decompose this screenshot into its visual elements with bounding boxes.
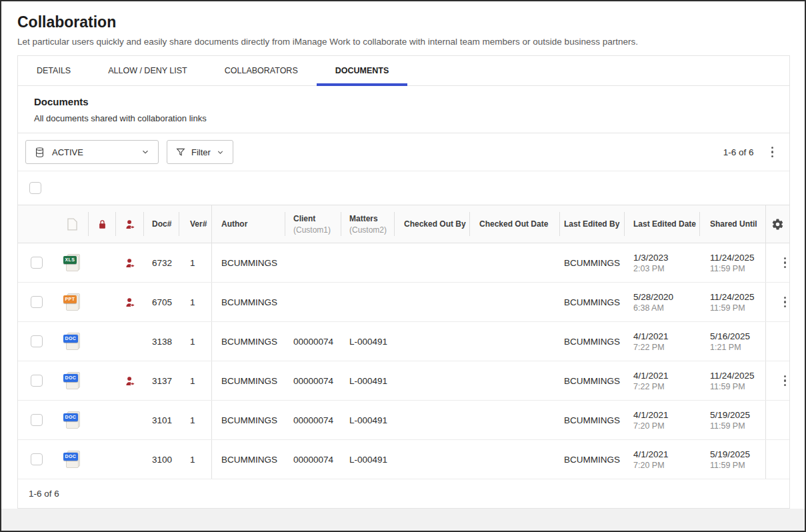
- header-doc-number[interactable]: Doc#: [144, 205, 179, 243]
- table-row[interactable]: DOC 3137 1 BCUMMINGS 00000074 L-000491: [18, 361, 789, 401]
- kebab-menu-icon: [784, 257, 787, 269]
- page-content: Collaboration Let particular users quick…: [1, 1, 805, 509]
- file-type-icon: DOC: [63, 371, 81, 391]
- tab-allow-deny-list[interactable]: ALLOW / DENY LIST: [89, 56, 206, 85]
- doc-number-cell: 3137: [144, 361, 179, 400]
- kebab-menu-icon: [784, 297, 787, 308]
- version-cell: 1: [179, 440, 212, 479]
- tab-documents[interactable]: DOCUMENTS: [317, 56, 408, 85]
- table-row[interactable]: DOC 3138 1 BCUMMINGS 00000074 L-000491: [18, 322, 789, 361]
- author-cell: BCUMMINGS: [212, 283, 285, 321]
- page-subtitle: Let particular users quickly and easily …: [17, 37, 790, 47]
- checked-out-by-cell: [395, 401, 470, 439]
- row-security-cell: [89, 283, 116, 321]
- lock-icon: [97, 219, 107, 230]
- row-menu-button[interactable]: [781, 373, 789, 389]
- page-title: Collaboration: [17, 13, 790, 31]
- row-checkbox[interactable]: [31, 335, 43, 347]
- header-author[interactable]: Author: [212, 205, 285, 243]
- scope-dropdown[interactable]: ACTIVE: [25, 140, 159, 164]
- last-edited-date-cell: 1/3/2023 2:03 PM: [625, 243, 700, 282]
- matters-cell: [341, 283, 395, 321]
- chevron-down-icon: [141, 147, 150, 157]
- tab-details[interactable]: DETAILS: [18, 56, 89, 85]
- row-checkbox[interactable]: [31, 453, 43, 465]
- author-cell: BCUMMINGS: [212, 322, 285, 361]
- shared-until-cell: 5/19/2025 11:59 PM: [700, 401, 766, 439]
- table-row[interactable]: PPT 6705 1 BCUMMINGS BCUMMINGS: [18, 283, 789, 322]
- row-menu-button[interactable]: [781, 294, 789, 311]
- version-cell: 1: [179, 243, 212, 282]
- app-window: Collaboration Let particular users quick…: [0, 0, 806, 532]
- author-cell: BCUMMINGS: [212, 243, 285, 282]
- checked-out-by-cell: [395, 322, 470, 361]
- header-checked-out-by[interactable]: Checked Out By: [395, 205, 470, 243]
- header-version[interactable]: Ver#: [179, 205, 212, 243]
- filter-dropdown[interactable]: Filter: [167, 140, 233, 164]
- table-row[interactable]: DOC 3100 1 BCUMMINGS 00000074 L-000491: [18, 440, 789, 479]
- matters-cell: L-000491: [341, 361, 395, 400]
- last-edited-by-cell: BCUMMINGS: [560, 322, 625, 361]
- row-shared-cell: [116, 322, 144, 361]
- table-header: Doc# Ver# Author Client (Custom1) Matter…: [18, 205, 789, 243]
- list-options-menu-button[interactable]: [769, 144, 777, 161]
- table-row[interactable]: DOC 3101 1 BCUMMINGS 00000074 L-000491: [18, 401, 789, 440]
- row-security-cell: [89, 322, 116, 361]
- last-edited-date-cell: 4/1/2021 7:20 PM: [625, 401, 700, 439]
- select-all-checkbox[interactable]: [29, 182, 41, 194]
- header-checkbox-column: [18, 205, 55, 243]
- header-security-column[interactable]: [89, 205, 116, 243]
- header-actions-column: [766, 205, 789, 243]
- row-shared-cell: [116, 243, 144, 282]
- table-body: XLS 6732 1 BCUMMINGS BCUMMINGS: [18, 243, 789, 479]
- author-cell: BCUMMINGS: [212, 361, 285, 400]
- table-row[interactable]: XLS 6732 1 BCUMMINGS BCUMMINGS: [18, 243, 789, 283]
- matters-cell: [341, 243, 395, 282]
- filter-dropdown-label: Filter: [191, 147, 211, 157]
- shared-until-cell: 11/24/2025 11:59 PM: [700, 243, 766, 282]
- last-edited-by-cell: BCUMMINGS: [560, 440, 625, 479]
- header-matters[interactable]: Matters (Custom2): [341, 205, 395, 243]
- checked-out-date-cell: [470, 401, 560, 439]
- row-checkbox[interactable]: [31, 296, 43, 308]
- last-edited-by-cell: BCUMMINGS: [560, 361, 625, 400]
- header-checked-out-date[interactable]: Checked Out Date: [470, 205, 560, 243]
- header-matters-label: Matters: [349, 214, 378, 223]
- file-type-icon: DOC: [63, 331, 81, 352]
- doc-number-cell: 3101: [144, 401, 179, 439]
- row-shared-cell: [116, 440, 144, 479]
- last-edited-by-cell: BCUMMINGS: [560, 243, 625, 282]
- header-file-type-column[interactable]: [55, 205, 89, 243]
- author-cell: BCUMMINGS: [212, 401, 285, 439]
- header-last-edited-by[interactable]: Last Edited By: [560, 205, 625, 243]
- checked-out-date-cell: [470, 322, 560, 361]
- header-shared-until[interactable]: Shared Until: [700, 205, 766, 243]
- row-checkbox[interactable]: [31, 375, 43, 387]
- client-cell: 00000074: [285, 401, 341, 439]
- kebab-menu-icon: [771, 147, 774, 158]
- tab-collaborators[interactable]: COLLABORATORS: [206, 56, 317, 85]
- shared-user-icon: [125, 219, 136, 230]
- version-cell: 1: [179, 401, 212, 439]
- version-cell: 1: [179, 283, 212, 321]
- row-security-cell: [89, 401, 116, 439]
- chevron-down-icon: [216, 148, 225, 157]
- row-menu-button[interactable]: [781, 255, 789, 271]
- version-cell: 1: [179, 322, 212, 361]
- client-cell: 00000074: [285, 440, 341, 479]
- row-checkbox[interactable]: [31, 414, 43, 426]
- header-client[interactable]: Client (Custom1): [285, 205, 341, 243]
- shared-until-cell: 5/19/2025 11:59 PM: [700, 440, 766, 479]
- select-all-row: [18, 171, 789, 205]
- client-cell: 00000074: [285, 361, 341, 400]
- row-security-cell: [89, 361, 116, 400]
- header-last-edited-date[interactable]: Last Edited Date: [625, 205, 700, 243]
- row-security-cell: [89, 440, 116, 479]
- doc-number-cell: 6732: [144, 243, 179, 282]
- last-edited-by-cell: BCUMMINGS: [560, 401, 625, 439]
- row-checkbox[interactable]: [31, 257, 43, 269]
- version-cell: 1: [179, 361, 212, 400]
- gear-icon[interactable]: [771, 218, 784, 231]
- header-shared-column[interactable]: [116, 205, 144, 243]
- checked-out-date-cell: [470, 283, 560, 321]
